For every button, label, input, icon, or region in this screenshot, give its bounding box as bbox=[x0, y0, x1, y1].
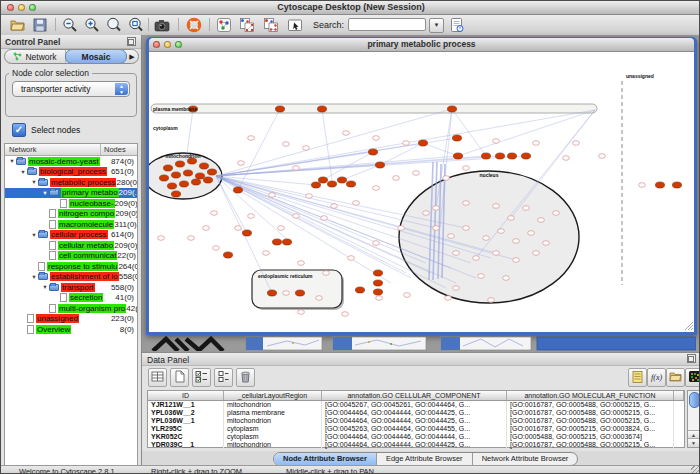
selected-node bbox=[327, 181, 336, 187]
unselect-attributes-icon[interactable] bbox=[214, 368, 233, 387]
tree-item-metabolic-process[interactable]: ▼metabolic process280(0) bbox=[5, 177, 137, 188]
save-icon[interactable] bbox=[31, 16, 49, 34]
delete-attribute-trash-icon[interactable] bbox=[236, 368, 255, 387]
zoom-in-icon[interactable] bbox=[83, 16, 101, 34]
tree-item-establishment-of-lo[interactable]: ▼establishment of lo558(0) bbox=[5, 272, 137, 283]
selected-node bbox=[159, 175, 168, 181]
search-options-icon[interactable] bbox=[448, 16, 466, 34]
tree-item-node-count: 42(0) bbox=[126, 304, 137, 313]
table-row[interactable]: YPL036W__2plasma membrane[GO:0044464, GO… bbox=[148, 409, 684, 417]
tree-item-cell-communicat[interactable]: cell communicat22(0) bbox=[5, 251, 137, 262]
tree-expand-arrow-icon[interactable]: ▼ bbox=[30, 274, 38, 280]
tree-item-unassigned[interactable]: unassigned223(0) bbox=[5, 314, 137, 325]
network-file-icon bbox=[49, 251, 56, 260]
column-header-2[interactable]: annotation.GO CELLULAR_COMPONENT bbox=[322, 391, 507, 400]
background-window-fragments[interactable] bbox=[147, 336, 696, 351]
node bbox=[433, 206, 440, 211]
node bbox=[353, 201, 360, 206]
scrollbar-thumb[interactable] bbox=[689, 392, 700, 408]
table-row[interactable]: YKR052Ccytoplasm[GO:0044464, GO:0044446,… bbox=[148, 433, 684, 441]
edge bbox=[238, 109, 280, 190]
column-header-1[interactable]: _cellularLayoutRegion bbox=[224, 391, 322, 400]
attribute-table[interactable]: ID_cellularLayoutRegionannotation.GO CEL… bbox=[147, 390, 685, 448]
attribute-table-header[interactable]: ID_cellularLayoutRegionannotation.GO CEL… bbox=[148, 391, 684, 401]
network-window-titlebar[interactable]: primary metabolic process bbox=[149, 38, 694, 52]
node bbox=[235, 226, 242, 231]
network-box-icon[interactable] bbox=[215, 16, 233, 34]
matrix-view-icon[interactable] bbox=[685, 368, 700, 387]
table-row[interactable]: YDR039C__1mitochondrion[GO:0044464, GO:0… bbox=[148, 441, 684, 449]
tab-network-attribute-browser[interactable]: Network Attribute Browser bbox=[473, 453, 578, 465]
search-input[interactable] bbox=[348, 18, 426, 31]
tree-expand-arrow-icon[interactable]: ▼ bbox=[30, 232, 38, 238]
tab-edge-attribute-browser[interactable]: Edge Attribute Browser bbox=[377, 453, 473, 465]
new-attribute-icon[interactable] bbox=[170, 368, 189, 387]
tree-item-macromolecule[interactable]: macromolecule311(0) bbox=[5, 219, 137, 230]
column-header-0[interactable]: ID bbox=[148, 391, 224, 400]
tree-expand-arrow-icon[interactable]: ▼ bbox=[19, 169, 27, 175]
main-toolbar: Search: ▼ bbox=[1, 15, 700, 36]
tree-item-nitrogen-compo[interactable]: nitrogen compo209(0) bbox=[5, 209, 137, 220]
tab-node-attribute-browser[interactable]: Node Attribute Browser bbox=[274, 453, 377, 465]
tree-item-biological-process[interactable]: ▼biological_process651(0) bbox=[5, 167, 137, 178]
tab-overflow-arrow-icon[interactable]: ▶ bbox=[126, 50, 138, 63]
tree-item-secretion[interactable]: secretion41(0) bbox=[5, 293, 137, 304]
open-icon[interactable] bbox=[9, 16, 27, 34]
node bbox=[298, 261, 305, 266]
folder-icon bbox=[27, 168, 37, 175]
table-vertical-scrollbar[interactable]: ▲ ▼ bbox=[687, 390, 700, 448]
help-lifesaver-icon[interactable] bbox=[185, 16, 203, 34]
selected-node bbox=[191, 179, 200, 185]
tree-item-overview[interactable]: Overview8(0) bbox=[5, 324, 137, 335]
network-overlay-a-icon[interactable] bbox=[238, 16, 256, 34]
function-builder-icon[interactable]: f(x) bbox=[647, 368, 666, 387]
tree-item-response-to-stimulu[interactable]: response to stimulu264(0) bbox=[5, 261, 137, 272]
selected-node bbox=[295, 290, 304, 296]
network-overlay-b-icon[interactable] bbox=[262, 16, 280, 34]
tree-item-primary-metabo[interactable]: ▼primary metabo209(... bbox=[5, 188, 137, 199]
network-file-icon bbox=[27, 325, 34, 334]
zoom-region-icon[interactable] bbox=[105, 16, 123, 34]
tree-expand-arrow-icon[interactable]: ▼ bbox=[41, 190, 49, 196]
tree-item-cellular-process[interactable]: ▼cellular process614(0) bbox=[5, 230, 137, 241]
tree-item-cellular-metabo[interactable]: cellular metabo209(0) bbox=[5, 240, 137, 251]
zoom-fit-icon[interactable] bbox=[127, 16, 145, 34]
network-view-window[interactable]: primary metabolic process plasma membran… bbox=[146, 37, 697, 335]
tree-expand-arrow-icon[interactable]: ▼ bbox=[41, 284, 49, 290]
search-dropdown-arrow-icon[interactable]: ▼ bbox=[429, 18, 444, 33]
tab-network[interactable]: Network bbox=[5, 50, 66, 63]
tree-item-nucleobase-[interactable]: nucleobase-209(0) bbox=[5, 198, 137, 209]
window-resize-grip[interactable] bbox=[691, 466, 700, 474]
tree-expand-arrow-icon[interactable]: ▼ bbox=[30, 179, 38, 185]
table-cell: mitochondrion bbox=[224, 401, 322, 409]
tree-item-mosaic-demo-yeast[interactable]: ▼mosaic-demo-yeast874(0) bbox=[5, 156, 137, 167]
annotation-icon[interactable] bbox=[286, 16, 304, 34]
tree-expand-arrow-icon[interactable]: ▼ bbox=[8, 158, 16, 164]
scroll-down-arrow-icon[interactable]: ▼ bbox=[688, 438, 699, 447]
float-data-panel-icon[interactable] bbox=[687, 354, 696, 363]
tab-mosaic[interactable]: Mosaic bbox=[65, 49, 127, 64]
select-nodes-checkbox[interactable]: ✓ bbox=[12, 123, 26, 137]
snapshot-camera-icon[interactable] bbox=[153, 16, 171, 34]
import-attributes-folder-icon[interactable] bbox=[666, 368, 685, 387]
label-plasma-membrane: plasma membrane bbox=[153, 106, 197, 112]
tree-item-multi-organism-pro[interactable]: multi-organism pro42(0) bbox=[5, 303, 137, 314]
node bbox=[316, 296, 323, 301]
attribute-table-icon[interactable] bbox=[148, 368, 167, 387]
selected-node bbox=[317, 106, 326, 112]
selected-node bbox=[233, 187, 242, 193]
node-color-select[interactable]: transporter activity ▲▼ bbox=[12, 81, 130, 97]
table-row[interactable]: YPL036W__1mitochondrion[GO:0044464, GO:0… bbox=[148, 417, 684, 425]
table-row[interactable]: YJR121W__1mitochondrion[GO:0045267, GO:0… bbox=[148, 401, 684, 409]
select-attributes-icon[interactable] bbox=[192, 368, 211, 387]
table-row[interactable]: YLR295Ccytoplasm[GO:0045263, GO:0044464,… bbox=[148, 425, 684, 433]
tree-item-transport[interactable]: ▼transport558(0) bbox=[5, 282, 137, 293]
table-cell: [GO:0016787, GO:0005488, GO:0005215, G..… bbox=[507, 417, 674, 425]
edge bbox=[458, 110, 595, 156]
tree-column-headers[interactable]: Network Nodes bbox=[5, 144, 137, 156]
float-panel-icon[interactable] bbox=[127, 37, 136, 46]
notes-icon[interactable] bbox=[628, 368, 647, 387]
zoom-out-icon[interactable] bbox=[61, 16, 79, 34]
network-canvas[interactable]: plasma membranecytoplasmmitochondrionnuc… bbox=[149, 52, 694, 332]
column-header-3[interactable]: annotation.GO MOLECULAR_FUNCTION bbox=[507, 391, 674, 400]
